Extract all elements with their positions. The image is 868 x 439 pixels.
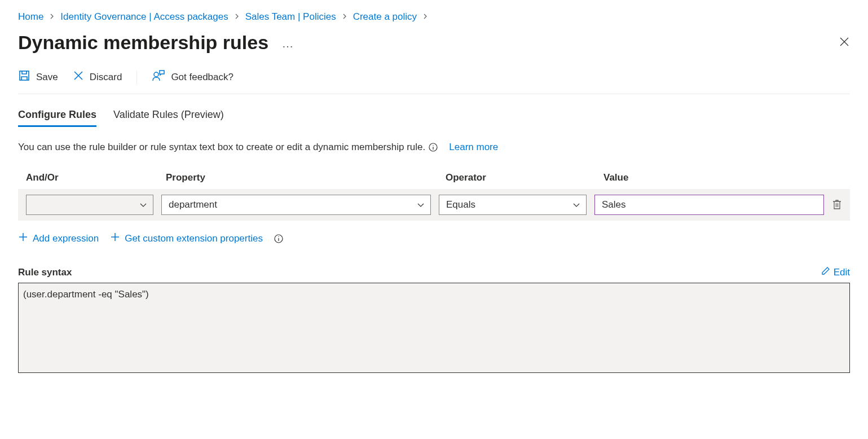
action-links: Add expression Get custom extension prop…: [18, 232, 850, 245]
close-icon: [73, 70, 84, 84]
rule-syntax-box: (user.department -eq "Sales"): [18, 283, 850, 373]
add-expression-button[interactable]: Add expression: [18, 232, 99, 245]
plus-icon: [110, 232, 120, 245]
save-icon: [18, 69, 30, 85]
toolbar: Save Discard Got feedback?: [18, 69, 850, 94]
get-custom-properties-button[interactable]: Get custom extension properties: [110, 232, 263, 245]
tabs: Configure Rules Validate Rules (Preview): [18, 109, 850, 127]
tab-configure-rules[interactable]: Configure Rules: [18, 109, 96, 127]
tab-validate-rules[interactable]: Validate Rules (Preview): [113, 109, 224, 127]
discard-button[interactable]: Discard: [73, 70, 122, 84]
description-row: You can use the rule builder or rule syn…: [18, 142, 850, 153]
save-button[interactable]: Save: [18, 69, 58, 85]
andor-select[interactable]: [26, 195, 153, 215]
breadcrumb: Home Identity Governance | Access packag…: [18, 11, 850, 23]
toolbar-separator: [136, 71, 137, 84]
edit-label: Edit: [834, 267, 850, 278]
breadcrumb-identity-governance[interactable]: Identity Governance | Access packages: [60, 11, 228, 23]
breadcrumb-home[interactable]: Home: [18, 11, 43, 23]
chevron-down-icon: [417, 201, 425, 209]
column-operator: Operator: [446, 172, 603, 183]
description-text: You can use the rule builder or rule syn…: [18, 142, 425, 153]
info-icon[interactable]: [274, 234, 283, 243]
more-options-button[interactable]: ⋯: [282, 39, 293, 53]
rule-syntax-label: Rule syntax: [18, 267, 72, 278]
discard-label: Discard: [90, 72, 122, 83]
property-select[interactable]: department: [161, 195, 431, 215]
edit-icon: [821, 266, 830, 278]
chevron-right-icon: [342, 13, 347, 21]
trash-icon: [832, 199, 842, 212]
feedback-label: Got feedback?: [171, 72, 233, 83]
chevron-down-icon: [572, 201, 580, 209]
info-icon[interactable]: [429, 143, 438, 152]
rule-row: department Equals: [18, 189, 850, 221]
add-expression-label: Add expression: [33, 233, 99, 244]
chevron-right-icon: [234, 13, 240, 21]
breadcrumb-create-policy[interactable]: Create a policy: [353, 11, 417, 23]
edit-syntax-button[interactable]: Edit: [821, 266, 850, 278]
rule-column-headers: And/Or Property Operator Value: [18, 172, 850, 183]
feedback-button[interactable]: Got feedback?: [152, 69, 233, 85]
column-value: Value: [603, 172, 842, 183]
plus-icon: [18, 232, 28, 245]
value-input[interactable]: [594, 195, 824, 215]
chevron-down-icon: [139, 201, 147, 209]
rule-builder: And/Or Property Operator Value departmen…: [18, 172, 850, 221]
column-property: Property: [166, 172, 446, 183]
chevron-right-icon: [49, 13, 55, 21]
close-button[interactable]: [839, 36, 850, 49]
get-custom-label: Get custom extension properties: [125, 233, 263, 244]
breadcrumb-sales-team[interactable]: Sales Team | Policies: [245, 11, 336, 23]
chevron-right-icon: [422, 13, 428, 21]
page-title: Dynamic membership rules: [18, 32, 268, 54]
operator-value: Equals: [446, 199, 475, 210]
property-value: department: [169, 199, 217, 210]
delete-rule-button[interactable]: [832, 199, 842, 212]
feedback-icon: [152, 69, 165, 85]
operator-select[interactable]: Equals: [439, 195, 587, 215]
title-row: Dynamic membership rules ⋯: [18, 32, 850, 54]
column-andor: And/Or: [26, 172, 166, 183]
rule-syntax-header: Rule syntax Edit: [18, 266, 850, 278]
svg-point-1: [154, 72, 158, 77]
save-label: Save: [36, 72, 58, 83]
learn-more-link[interactable]: Learn more: [449, 142, 498, 153]
